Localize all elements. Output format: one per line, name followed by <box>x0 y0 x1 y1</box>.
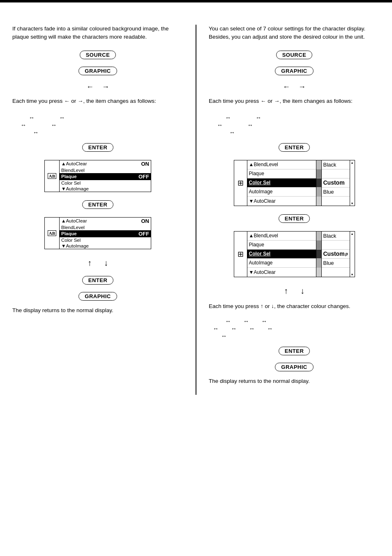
right-changes-text: Each time you press ← or →, the item cha… <box>209 97 380 105</box>
ram-row3: ↔ <box>221 333 380 339</box>
rp1-shade5 <box>316 197 321 206</box>
rp2-val4: Blue <box>322 259 350 268</box>
left-changes-text: Each time you press ← or →, the item cha… <box>12 97 183 105</box>
rp1-shade1 <box>316 160 321 169</box>
left-p2r3-val: OFF <box>129 231 149 237</box>
right-p1r4-label: AutoImage <box>249 189 273 195</box>
right-arrows1: ← → <box>209 83 380 91</box>
left-p2r1-val: ON <box>129 218 149 224</box>
right-p1r5: ▼AutoClear <box>247 197 316 206</box>
left-panel2-row1: ▲AutoClear ON <box>60 218 151 225</box>
left-p2r2-label: BlendLevel <box>61 225 149 230</box>
la5: ↔ <box>33 129 39 136</box>
right-p2r1: ▲BlendLevel <box>247 232 316 241</box>
left-p1r1-val: ON <box>129 161 149 167</box>
left-panel2-row4: Color Sel <box>60 237 151 243</box>
la4: ↔ <box>51 122 57 128</box>
scroll-up-icon1: ▲ <box>351 161 354 164</box>
right-down-arrow: ↓ <box>300 286 304 296</box>
rp2-shade2 <box>316 241 321 250</box>
right-p2r4: AutoImage <box>247 259 316 268</box>
right-p1r3: Color Sel <box>247 178 316 188</box>
ram-row1: ↔ ↔ ↔ <box>225 318 380 324</box>
column-divider <box>196 25 196 395</box>
right-graphic2-row: GRAPHIC <box>209 363 380 371</box>
rp2-shade5 <box>316 268 321 277</box>
left-source-btn: SOURCE <box>80 51 116 59</box>
left-panel1-row5: ▼AutoImage <box>60 186 151 192</box>
rp2-val3: Custom p <box>322 250 350 259</box>
ram3: ↔ <box>261 318 267 324</box>
p-marker: p <box>345 252 348 256</box>
right-p2r2-label: Plaque <box>249 242 264 248</box>
ra5: ↔ <box>229 129 235 136</box>
right-changes-text2: Each time you press ↑ or ↓, the characte… <box>209 302 380 310</box>
left-arrows-diagram: ↔ ↔ ↔ ↔ ↔ <box>16 114 183 136</box>
left-p2r3-label: Plaque <box>61 231 129 236</box>
left-graphic2-row: GRAPHIC <box>12 292 183 301</box>
la3: ↔ <box>21 122 26 128</box>
right-p1r1-label: ▲BlendLevel <box>249 162 278 167</box>
left-p1r5-label: ▼AutoImage <box>61 186 149 191</box>
ra4: ↔ <box>247 122 253 128</box>
left-p2r5-label: ▼AutoImage <box>61 243 149 248</box>
left-down-arrow: ↓ <box>104 258 108 268</box>
right-graphic-row: GRAPHIC <box>209 67 380 75</box>
right-grid-icon2: ⊞ <box>238 250 244 259</box>
right-p1r4: AutoImage <box>247 188 316 197</box>
left-panel2-icon: AB <box>45 218 60 249</box>
right-updown: ↑ ↓ <box>209 286 380 296</box>
right-panel2-labels: ▲BlendLevel Plaque Color Sel AutoImage ▼… <box>247 232 316 277</box>
rp2-shade3 <box>316 250 321 259</box>
rp1-val2 <box>322 169 350 178</box>
ram8: ↔ <box>221 333 227 339</box>
left-panel2-row2: BlendLevel <box>60 225 151 230</box>
right-p2r5: ▼AutoClear <box>247 268 316 277</box>
right-enter1-btn: ENTER <box>279 143 310 152</box>
left-source-row: SOURCE <box>12 51 183 59</box>
left-panel1-row4: Color Sel <box>60 180 151 186</box>
la2: ↔ <box>59 114 65 121</box>
right-return-text: The display returns to the normal displa… <box>209 377 380 385</box>
rp2-val4-text: Blue <box>323 260 334 266</box>
rp1-val1: Black <box>322 160 350 169</box>
left-graphic2-btn: GRAPHIC <box>78 292 117 301</box>
right-arrow-left1: ← <box>283 83 290 91</box>
left-column: If characters fade into a similar colour… <box>12 25 183 395</box>
right-source-row: SOURCE <box>209 51 380 59</box>
rp2-val3-text: Custom <box>323 250 345 257</box>
left-p1r3-label: Plaque <box>61 174 129 179</box>
left-ab-icon: AB <box>48 173 56 179</box>
right-graphic-btn: GRAPHIC <box>275 67 313 75</box>
left-arrows1: ← → <box>12 83 183 91</box>
right-p2r3-label: Color Sel <box>249 251 271 257</box>
left-panel1-content: ▲AutoClear ON BlendLevel Plaque OFF Colo… <box>60 160 151 192</box>
right-panel2-scroll: ▲ ▼ <box>350 232 355 277</box>
left-ab-icon2: AB <box>48 230 56 236</box>
rp2-val2 <box>322 241 350 250</box>
left-panel2-row3: Plaque OFF <box>60 230 151 237</box>
ram5: ↔ <box>231 325 237 332</box>
ra1: ↔ <box>225 114 231 121</box>
right-p1r2-label: Plaque <box>249 171 264 176</box>
right-enter1-row: ENTER <box>209 143 380 152</box>
left-return-text: The display returns to the normal displa… <box>12 306 183 315</box>
right-arrows-diagram: ↔ ↔ ↔ ↔ ↔ <box>213 114 380 136</box>
left-arrow-left1: ← <box>86 83 94 91</box>
right-panel1-shade-col <box>316 160 322 206</box>
right-panel2-values: Black Custom p Blue <box>322 232 350 277</box>
scroll-down-icon2: ▼ <box>351 273 354 276</box>
right-up-arrow: ↑ <box>284 286 288 296</box>
left-panel1-row1: ▲AutoClear ON <box>60 160 151 167</box>
left-up-arrow: ↑ <box>88 258 92 268</box>
right-p1r2: Plaque <box>247 169 316 178</box>
right-p2r2: Plaque <box>247 241 316 250</box>
ram2: ↔ <box>243 318 249 324</box>
rp1-val3: Custom <box>322 178 350 188</box>
left-enter3-btn: ENTER <box>82 276 114 285</box>
left-panel1: AB ▲AutoClear ON BlendLevel Plaque OFF C… <box>44 160 151 192</box>
left-graphic-row: GRAPHIC <box>12 67 183 75</box>
ram7: ↔ <box>267 325 273 332</box>
scroll-down-icon1: ▼ <box>351 202 354 205</box>
right-panel1-values: Black Custom Blue <box>322 160 350 206</box>
